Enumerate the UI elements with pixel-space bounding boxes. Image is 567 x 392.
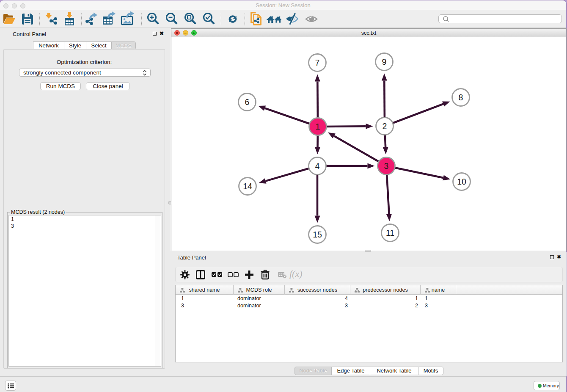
svg-text:1: 1 xyxy=(316,122,320,131)
svg-text:7: 7 xyxy=(315,58,320,67)
svg-text:11: 11 xyxy=(386,228,394,237)
svg-text:4: 4 xyxy=(315,161,320,171)
svg-text:6: 6 xyxy=(245,97,250,107)
svg-text:14: 14 xyxy=(243,182,252,191)
svg-text:9: 9 xyxy=(382,57,387,66)
svg-text:8: 8 xyxy=(459,93,463,102)
svg-text:10: 10 xyxy=(457,177,466,186)
svg-text:2: 2 xyxy=(383,121,387,131)
svg-text:15: 15 xyxy=(313,230,322,239)
svg-text:3: 3 xyxy=(384,161,389,171)
svg-text:f(x): f(x) xyxy=(289,269,303,279)
